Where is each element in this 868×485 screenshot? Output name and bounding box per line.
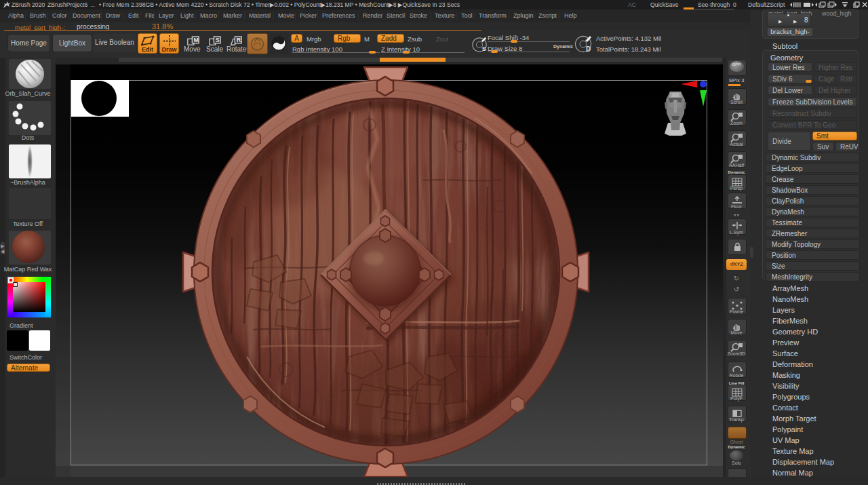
svg-text:M: M xyxy=(193,37,199,43)
svg-text:S: S xyxy=(216,37,220,43)
svg-text:D: D xyxy=(586,45,591,53)
svg-text:S: S xyxy=(482,45,486,52)
svg-text:R: R xyxy=(237,37,241,43)
